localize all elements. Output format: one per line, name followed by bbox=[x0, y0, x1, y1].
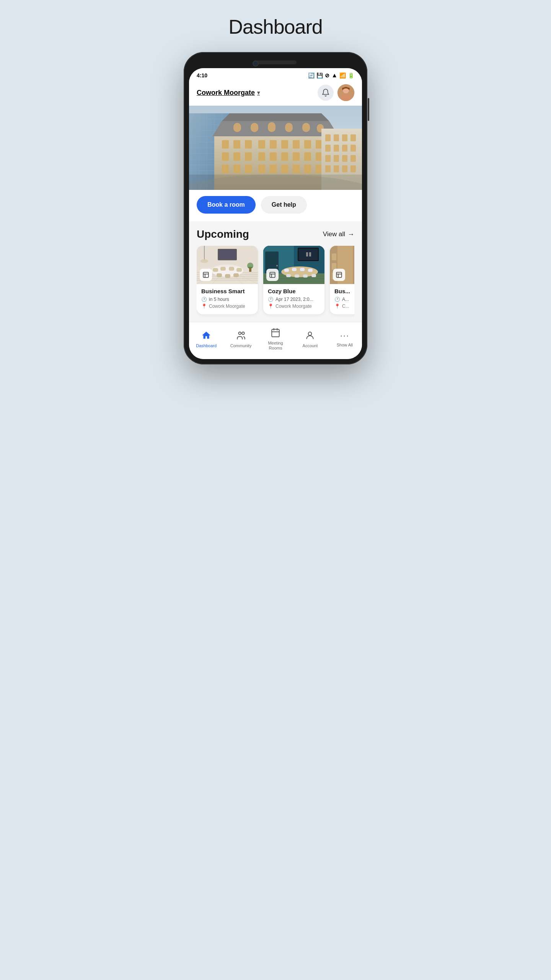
nav-item-dashboard[interactable]: Dashboard bbox=[189, 325, 223, 353]
svg-marker-22 bbox=[222, 113, 329, 121]
svg-rect-29 bbox=[222, 140, 229, 149]
svg-rect-103 bbox=[203, 272, 209, 278]
svg-rect-67 bbox=[350, 145, 356, 152]
room-card-3-info: Bus... 🕐 A... 📍 C... bbox=[330, 284, 354, 314]
svg-rect-72 bbox=[325, 165, 331, 172]
svg-rect-45 bbox=[293, 152, 300, 161]
room-card-1-location: 📍 Cowork Moorgate bbox=[201, 304, 253, 309]
room-card-2[interactable]: Cozy Blue 🕐 Apr 17 2023, 2:0... 📍 Cowork… bbox=[263, 246, 324, 314]
community-icon bbox=[236, 330, 246, 342]
battery-icon: 🔋 bbox=[348, 72, 354, 78]
svg-rect-34 bbox=[281, 140, 288, 149]
svg-rect-43 bbox=[270, 152, 277, 161]
room-card-3[interactable]: Bus... 🕐 A... 📍 C... bbox=[330, 246, 354, 314]
room-card-1-info: Business Smart 🕐 in 5 hours 📍 Cowork Moo… bbox=[197, 284, 258, 314]
svg-rect-50 bbox=[233, 165, 240, 173]
svg-rect-44 bbox=[281, 152, 288, 161]
calendar-icon bbox=[271, 328, 280, 339]
svg-rect-116 bbox=[300, 268, 305, 271]
phone-side-button bbox=[368, 98, 369, 121]
svg-rect-117 bbox=[308, 269, 313, 272]
svg-rect-66 bbox=[342, 145, 347, 152]
rooms-scroll-container: Business Smart 🕐 in 5 hours 📍 Cowork Moo… bbox=[197, 246, 354, 317]
svg-rect-23 bbox=[233, 123, 241, 132]
room-card-2-time-text: Apr 17 2023, 2:0... bbox=[276, 297, 313, 302]
room-card-3-image bbox=[330, 246, 354, 284]
svg-rect-53 bbox=[270, 165, 277, 173]
location-selector[interactable]: Cowork Moorgate ▾ bbox=[197, 89, 260, 97]
svg-rect-126 bbox=[270, 272, 275, 278]
room-card-1-time: 🕐 in 5 hours bbox=[201, 297, 253, 302]
notification-bell-button[interactable] bbox=[318, 85, 334, 101]
room-card-2-location-text: Cowork Moorgate bbox=[276, 304, 312, 309]
location-icon-1: 📍 bbox=[201, 304, 207, 309]
nav-item-account[interactable]: Account bbox=[293, 325, 327, 353]
svg-rect-63 bbox=[350, 134, 356, 141]
svg-rect-102 bbox=[197, 246, 258, 267]
svg-rect-119 bbox=[295, 274, 299, 278]
svg-rect-39 bbox=[222, 152, 229, 161]
nav-item-meeting-rooms[interactable]: Meeting Rooms bbox=[258, 325, 293, 353]
signal-icon: 📶 bbox=[339, 72, 346, 78]
room-card-3-icon-badge bbox=[333, 269, 345, 281]
svg-rect-41 bbox=[245, 152, 252, 161]
svg-rect-92 bbox=[236, 268, 242, 272]
svg-point-108 bbox=[276, 265, 278, 266]
wifi-icon: ▲ bbox=[331, 72, 337, 79]
svg-rect-118 bbox=[286, 274, 291, 277]
nav-item-show-all[interactable]: ··· Show All bbox=[328, 325, 362, 353]
room-card-2-time: 🕐 Apr 17 2023, 2:0... bbox=[268, 297, 320, 302]
view-all-button[interactable]: View all → bbox=[323, 230, 354, 238]
svg-rect-120 bbox=[303, 274, 308, 278]
room-card-3-name: Bus... bbox=[334, 288, 354, 294]
svg-point-140 bbox=[308, 332, 312, 335]
more-icon: ··· bbox=[340, 331, 349, 341]
svg-rect-26 bbox=[285, 123, 293, 132]
svg-rect-99 bbox=[249, 268, 251, 272]
svg-rect-51 bbox=[245, 165, 252, 173]
action-buttons-section: Book a room Get help bbox=[189, 190, 362, 221]
svg-rect-69 bbox=[334, 155, 339, 162]
no-disturb-icon: ⊘ bbox=[325, 72, 329, 78]
chevron-down-icon: ▾ bbox=[257, 90, 260, 96]
svg-rect-55 bbox=[293, 165, 300, 173]
clock-icon-2: 🕐 bbox=[268, 297, 274, 302]
svg-rect-95 bbox=[233, 273, 239, 277]
svg-rect-42 bbox=[258, 152, 265, 161]
location-icon-3: 📍 bbox=[334, 304, 340, 309]
svg-rect-25 bbox=[268, 122, 276, 132]
room-card-1-icon-badge bbox=[200, 269, 212, 281]
room-card-2-image bbox=[263, 246, 324, 284]
get-help-button[interactable]: Get help bbox=[261, 196, 307, 214]
book-room-button[interactable]: Book a room bbox=[197, 196, 256, 214]
room-card-3-time: 🕐 A... bbox=[334, 297, 354, 302]
svg-rect-89 bbox=[213, 268, 218, 272]
room-card-3-location-text: C... bbox=[342, 304, 349, 309]
svg-rect-68 bbox=[325, 155, 331, 162]
room-card-2-info: Cozy Blue 🕐 Apr 17 2023, 2:0... 📍 Cowork… bbox=[263, 284, 324, 314]
svg-rect-32 bbox=[258, 140, 265, 149]
svg-rect-49 bbox=[222, 165, 229, 173]
svg-rect-31 bbox=[245, 140, 252, 149]
room-card-1[interactable]: Business Smart 🕐 in 5 hours 📍 Cowork Moo… bbox=[197, 246, 258, 314]
svg-point-135 bbox=[242, 332, 245, 335]
svg-rect-60 bbox=[325, 134, 331, 141]
room-card-1-location-text: Cowork Moorgate bbox=[209, 304, 245, 309]
svg-rect-73 bbox=[334, 165, 339, 172]
nav-label-dashboard: Dashboard bbox=[196, 343, 217, 348]
svg-rect-124 bbox=[306, 252, 308, 256]
location-name-text: Cowork Moorgate bbox=[197, 89, 255, 97]
svg-rect-125 bbox=[309, 252, 311, 256]
svg-rect-91 bbox=[229, 267, 234, 271]
nav-item-community[interactable]: Community bbox=[223, 325, 258, 353]
phone-speaker bbox=[254, 60, 297, 64]
user-avatar[interactable] bbox=[337, 84, 354, 101]
phone-camera bbox=[253, 60, 259, 67]
room-card-3-time-text: A... bbox=[342, 297, 349, 302]
svg-rect-52 bbox=[258, 165, 265, 173]
svg-rect-90 bbox=[220, 267, 226, 271]
svg-rect-33 bbox=[270, 140, 277, 149]
svg-rect-71 bbox=[350, 155, 356, 162]
svg-rect-27 bbox=[302, 123, 310, 132]
upcoming-section: Upcoming View all → bbox=[189, 221, 362, 322]
